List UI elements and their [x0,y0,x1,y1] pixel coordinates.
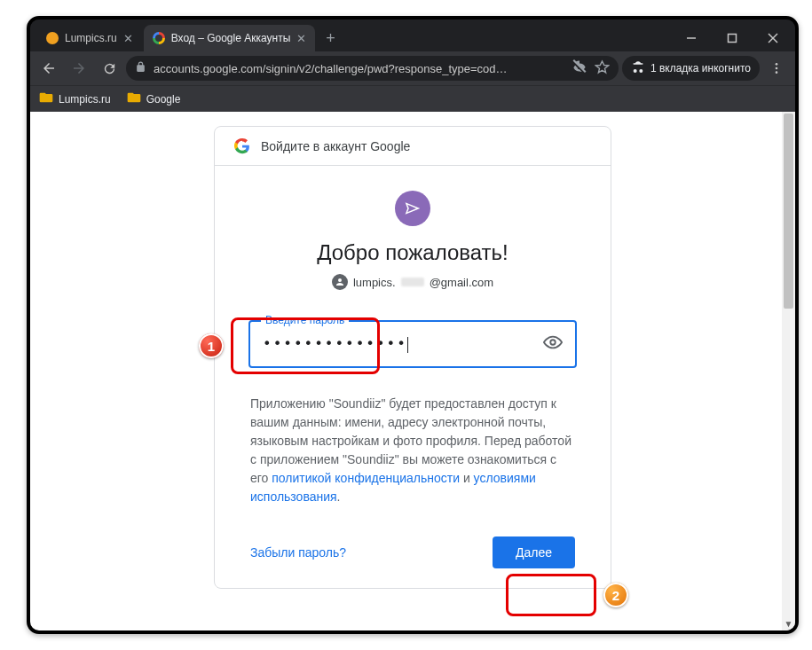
privacy-policy-link[interactable]: политикой конфиденциальности [272,471,460,485]
email-redacted [401,278,424,286]
svg-point-4 [776,63,778,66]
google-logo-icon [234,138,250,154]
page-content: ▲ ▼ Войдите в аккаунт Google [30,112,795,630]
eye-off-icon[interactable] [572,59,587,78]
maximize-button[interactable] [712,25,753,51]
card-header: Войдите в аккаунт Google [215,127,611,166]
new-tab-button[interactable]: + [317,29,344,51]
account-email[interactable]: lumpics.@gmail.com [248,274,577,290]
bookmarks-bar: Lumpics.ru Google [30,85,795,112]
bookmark-google[interactable]: Google [127,91,181,106]
show-password-button[interactable] [543,333,563,356]
lock-icon [135,61,146,75]
forgot-password-link[interactable]: Забыли пароль? [250,545,346,560]
password-value: •••••••••••••• [263,335,543,353]
menu-button[interactable] [763,55,790,82]
close-icon[interactable]: ✕ [296,32,306,45]
scroll-down-icon[interactable]: ▼ [782,617,795,630]
annotation-marker-1: 1 [199,333,224,358]
tab-lumpics[interactable]: Lumpics.ru ✕ [37,25,142,51]
minimize-button[interactable] [671,25,712,51]
bookmark-lumpics[interactable]: Lumpics.ru [39,91,111,106]
welcome-heading: Добро пожаловать! [248,240,577,265]
svg-rect-1 [729,35,737,43]
svg-point-6 [776,71,778,74]
reload-button[interactable] [96,55,122,82]
card-actions: Забыли пароль? Далее [248,536,577,568]
forward-button[interactable] [66,55,92,82]
incognito-chip[interactable]: 1 вкладка инкогнито [622,56,760,81]
password-label: Введите пароль [261,314,349,326]
svg-point-7 [550,340,556,345]
tab-title: Lumpics.ru [65,32,117,44]
scroll-thumb[interactable] [784,114,793,309]
svg-point-5 [776,67,778,70]
app-badge-icon [395,191,430,226]
window-controls [671,25,795,51]
signin-card: Войдите в аккаунт Google Добро пожаловат… [214,126,611,589]
close-icon[interactable]: ✕ [123,32,133,45]
bookmark-label: Google [146,93,181,106]
address-bar[interactable]: accounts.google.com/signin/v2/challenge/… [126,56,619,81]
incognito-icon [631,60,645,77]
bookmark-label: Lumpics.ru [59,93,111,106]
tab-strip: Lumpics.ru ✕ Вход – Google Аккаунты ✕ + [30,25,671,51]
password-field[interactable]: Введите пароль •••••••••••••• [248,320,577,368]
titlebar: Lumpics.ru ✕ Вход – Google Аккаунты ✕ + [30,20,795,51]
annotation-marker-2: 2 [603,583,628,607]
card-body: Добро пожаловать! lumpics.@gmail.com Вве… [215,166,611,568]
back-button[interactable] [35,55,62,82]
tab-google-signin[interactable]: Вход – Google Аккаунты ✕ [144,25,316,51]
email-suffix: @gmail.com [430,276,493,289]
url-text: accounts.google.com/signin/v2/challenge/… [154,62,564,75]
toolbar: accounts.google.com/signin/v2/challenge/… [30,51,795,85]
favicon-google-icon [153,32,165,44]
consent-text: Приложению "Soundiiz" будет предоставлен… [248,395,577,506]
favicon-lumpics [46,32,59,44]
email-prefix: lumpics. [353,276,396,289]
scrollbar[interactable]: ▲ ▼ [782,112,795,630]
folder-icon [127,91,141,106]
incognito-label: 1 вкладка инкогнито [650,62,751,74]
tab-title: Вход – Google Аккаунты [171,32,291,44]
close-window-button[interactable] [753,25,793,51]
folder-icon [39,91,53,106]
card-header-text: Войдите в аккаунт Google [261,139,410,153]
browser-window: Lumpics.ru ✕ Вход – Google Аккаунты ✕ + [27,16,799,634]
avatar-icon [332,274,348,290]
star-icon[interactable] [595,59,610,77]
next-button[interactable]: Далее [493,536,575,568]
